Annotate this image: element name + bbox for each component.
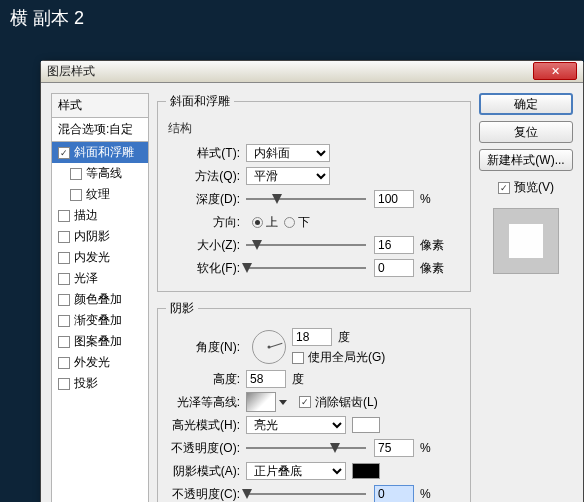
size-slider[interactable] bbox=[246, 238, 366, 252]
shadow-opacity-label: 不透明度(C): bbox=[166, 486, 240, 503]
cancel-button[interactable]: 复位 bbox=[479, 121, 573, 143]
dialog-titlebar[interactable]: 图层样式 ✕ bbox=[41, 61, 583, 83]
style-label: 样式(T): bbox=[166, 145, 240, 162]
highlight-opacity-label: 不透明度(O): bbox=[166, 440, 240, 457]
angle-label: 角度(N): bbox=[166, 339, 240, 356]
style-checkbox[interactable] bbox=[58, 231, 70, 243]
highlight-opacity-slider[interactable] bbox=[246, 441, 366, 455]
style-item-label: 等高线 bbox=[86, 165, 122, 182]
style-item-label: 光泽 bbox=[74, 270, 98, 287]
style-item-0[interactable]: ✓斜面和浮雕 bbox=[52, 142, 148, 163]
style-item-label: 描边 bbox=[74, 207, 98, 224]
style-checkbox[interactable] bbox=[70, 168, 82, 180]
depth-slider[interactable] bbox=[246, 192, 366, 206]
size-input[interactable] bbox=[374, 236, 414, 254]
style-item-9[interactable]: 图案叠加 bbox=[52, 331, 148, 352]
angle-dial[interactable] bbox=[252, 330, 286, 364]
style-item-label: 内阴影 bbox=[74, 228, 110, 245]
document-title: 横 副本 2 bbox=[0, 0, 584, 36]
style-checkbox[interactable] bbox=[58, 294, 70, 306]
style-checkbox[interactable] bbox=[58, 315, 70, 327]
depth-input[interactable] bbox=[374, 190, 414, 208]
style-checkbox[interactable] bbox=[58, 357, 70, 369]
antialias-checkbox[interactable]: ✓ bbox=[299, 396, 311, 408]
style-item-label: 斜面和浮雕 bbox=[74, 144, 134, 161]
global-light-checkbox[interactable] bbox=[292, 352, 304, 364]
style-item-6[interactable]: 光泽 bbox=[52, 268, 148, 289]
style-checkbox[interactable] bbox=[58, 273, 70, 285]
technique-select[interactable]: 平滑 bbox=[246, 167, 330, 185]
soften-input[interactable] bbox=[374, 259, 414, 277]
shading-fieldset: 阴影 角度(N): 度 使用全局光(G) bbox=[157, 300, 471, 502]
preview-checkbox[interactable]: ✓ bbox=[498, 182, 510, 194]
style-checkbox[interactable] bbox=[58, 336, 70, 348]
style-checkbox[interactable] bbox=[58, 378, 70, 390]
bevel-fieldset: 斜面和浮雕 结构 样式(T): 内斜面 方法(Q): 平滑 深度(D): % bbox=[157, 93, 471, 292]
ok-button[interactable]: 确定 bbox=[479, 93, 573, 115]
style-item-label: 投影 bbox=[74, 375, 98, 392]
direction-down-radio[interactable] bbox=[284, 217, 295, 228]
style-checkbox[interactable] bbox=[58, 252, 70, 264]
layer-style-dialog: 图层样式 ✕ 样式 混合选项:自定 ✓斜面和浮雕等高线纹理描边内阴影内发光光泽颜… bbox=[40, 60, 584, 502]
gloss-contour-label: 光泽等高线: bbox=[166, 394, 240, 411]
size-label: 大小(Z): bbox=[166, 237, 240, 254]
highlight-mode-label: 高光模式(H): bbox=[166, 417, 240, 434]
style-item-4[interactable]: 内阴影 bbox=[52, 226, 148, 247]
style-item-7[interactable]: 颜色叠加 bbox=[52, 289, 148, 310]
shading-legend: 阴影 bbox=[166, 300, 198, 317]
direction-label: 方向: bbox=[166, 214, 240, 231]
dialog-title: 图层样式 bbox=[47, 63, 95, 80]
style-item-label: 图案叠加 bbox=[74, 333, 122, 350]
style-item-label: 外发光 bbox=[74, 354, 110, 371]
new-style-button[interactable]: 新建样式(W)... bbox=[479, 149, 573, 171]
style-item-2[interactable]: 纹理 bbox=[52, 184, 148, 205]
style-item-11[interactable]: 投影 bbox=[52, 373, 148, 394]
blending-options[interactable]: 混合选项:自定 bbox=[52, 118, 148, 142]
structure-label: 结构 bbox=[168, 120, 462, 137]
direction-up-radio[interactable] bbox=[252, 217, 263, 228]
shadow-color-swatch[interactable] bbox=[352, 463, 380, 479]
style-item-3[interactable]: 描边 bbox=[52, 205, 148, 226]
style-item-label: 渐变叠加 bbox=[74, 312, 122, 329]
altitude-label: 高度: bbox=[166, 371, 240, 388]
chevron-down-icon[interactable] bbox=[279, 400, 287, 405]
shadow-opacity-input[interactable] bbox=[374, 485, 414, 502]
shadow-opacity-slider[interactable] bbox=[246, 487, 366, 501]
styles-header[interactable]: 样式 bbox=[52, 94, 148, 118]
shadow-mode-select[interactable]: 正片叠底 bbox=[246, 462, 346, 480]
altitude-input[interactable] bbox=[246, 370, 286, 388]
style-item-1[interactable]: 等高线 bbox=[52, 163, 148, 184]
soften-slider[interactable] bbox=[246, 261, 366, 275]
style-checkbox[interactable] bbox=[58, 210, 70, 222]
style-checkbox[interactable]: ✓ bbox=[58, 147, 70, 159]
shadow-mode-label: 阴影模式(A): bbox=[166, 463, 240, 480]
angle-input[interactable] bbox=[292, 328, 332, 346]
close-button[interactable]: ✕ bbox=[533, 62, 577, 80]
soften-label: 软化(F): bbox=[166, 260, 240, 277]
highlight-color-swatch[interactable] bbox=[352, 417, 380, 433]
style-item-8[interactable]: 渐变叠加 bbox=[52, 310, 148, 331]
technique-label: 方法(Q): bbox=[166, 168, 240, 185]
highlight-opacity-input[interactable] bbox=[374, 439, 414, 457]
styles-list: 样式 混合选项:自定 ✓斜面和浮雕等高线纹理描边内阴影内发光光泽颜色叠加渐变叠加… bbox=[51, 93, 149, 502]
preview-thumbnail bbox=[493, 208, 559, 274]
bevel-legend: 斜面和浮雕 bbox=[166, 93, 234, 110]
style-item-label: 内发光 bbox=[74, 249, 110, 266]
style-item-5[interactable]: 内发光 bbox=[52, 247, 148, 268]
gloss-contour-picker[interactable] bbox=[246, 392, 276, 412]
highlight-mode-select[interactable]: 亮光 bbox=[246, 416, 346, 434]
style-item-label: 纹理 bbox=[86, 186, 110, 203]
style-select[interactable]: 内斜面 bbox=[246, 144, 330, 162]
style-checkbox[interactable] bbox=[70, 189, 82, 201]
depth-label: 深度(D): bbox=[166, 191, 240, 208]
style-item-label: 颜色叠加 bbox=[74, 291, 122, 308]
style-item-10[interactable]: 外发光 bbox=[52, 352, 148, 373]
